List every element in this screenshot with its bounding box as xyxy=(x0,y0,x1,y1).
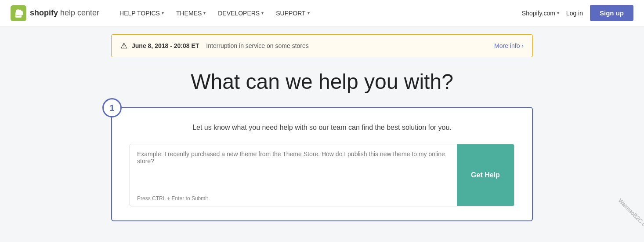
nav-support[interactable]: SUPPORT ▾ xyxy=(270,0,315,26)
navbar: shopify help center HELP TOPICS ▾ THEMES… xyxy=(0,0,644,26)
watermark: WaimaoB2C.com xyxy=(617,197,644,233)
help-topics-arrow-icon: ▾ xyxy=(162,11,164,15)
shopify-com-link[interactable]: Shopify.com ▾ xyxy=(522,10,559,17)
alert-date: June 8, 2018 - 20:08 ET xyxy=(132,42,199,49)
help-box: Let us know what you need help with so o… xyxy=(111,107,533,221)
alert-banner: ⚠ June 8, 2018 - 20:08 ET Interruption i… xyxy=(111,34,533,57)
developers-arrow-icon: ▾ xyxy=(261,11,264,15)
get-help-button[interactable]: Get Help xyxy=(457,144,514,206)
step-badge: 1 xyxy=(102,98,122,117)
brand-name: shopify help center xyxy=(30,8,99,18)
nav-themes[interactable]: THEMES ▾ xyxy=(170,0,212,26)
signup-button[interactable]: Sign up xyxy=(590,5,633,21)
themes-arrow-icon: ▾ xyxy=(203,11,206,15)
help-subtitle: Let us know what you need help with so o… xyxy=(130,124,514,132)
brand-logo[interactable]: shopify help center xyxy=(11,5,99,21)
help-box-wrapper: 1 Let us know what you need help with so… xyxy=(111,107,533,221)
help-input-row: Press CTRL + Enter to Submit Get Help xyxy=(130,144,514,206)
nav-developers[interactable]: DEVELOPERS ▾ xyxy=(212,0,270,26)
hero-title: What can we help you with? xyxy=(111,70,533,94)
submit-hint: Press CTRL + Enter to Submit xyxy=(130,193,457,206)
main-content: ⚠ June 8, 2018 - 20:08 ET Interruption i… xyxy=(102,34,542,221)
shopify-bag-icon xyxy=(11,5,26,21)
nav-links: HELP TOPICS ▾ THEMES ▾ DEVELOPERS ▾ SUPP… xyxy=(113,0,522,26)
warning-icon: ⚠ xyxy=(120,41,127,51)
login-link[interactable]: Log in xyxy=(566,10,583,17)
alert-message: Interruption in service on some stores xyxy=(206,42,308,49)
more-info-link[interactable]: More info › xyxy=(494,42,524,49)
nav-help-topics[interactable]: HELP TOPICS ▾ xyxy=(113,0,170,26)
help-textarea[interactable] xyxy=(130,144,457,193)
alert-left: ⚠ June 8, 2018 - 20:08 ET Interruption i… xyxy=(120,41,309,51)
navbar-right: Shopify.com ▾ Log in Sign up xyxy=(522,5,633,21)
support-arrow-icon: ▾ xyxy=(308,11,310,15)
shopify-com-dropdown-icon: ▾ xyxy=(557,11,559,15)
